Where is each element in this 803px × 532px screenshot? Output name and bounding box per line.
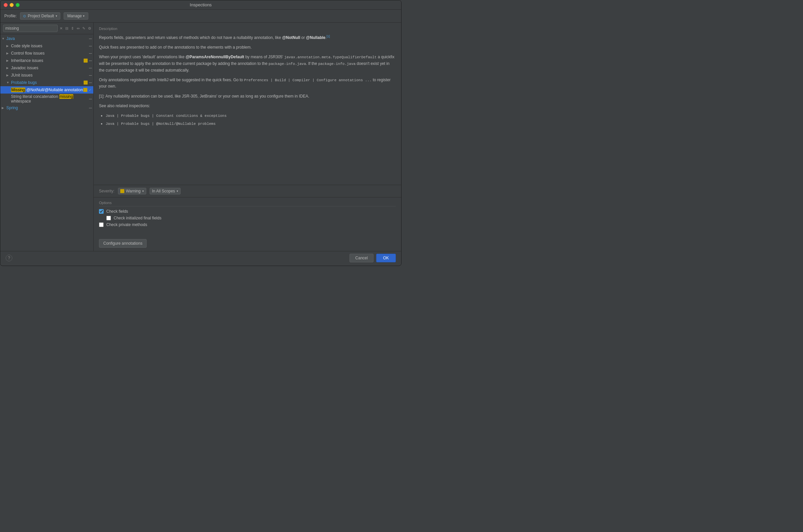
probable-bugs-expand-icon: ▼ <box>6 81 11 84</box>
tree-item-missing-annotation[interactable]: Missing @NotNull/@Nullable annotation ✓ <box>0 86 93 94</box>
junit-label: JUnit issues <box>11 73 89 78</box>
params-bold: @ParamsAreNonnullByDefault <box>186 55 244 59</box>
prefs-code: Preferences | Build | Compiler | Configu… <box>244 78 372 82</box>
desc-para-2: Quick fixes are presented to add on of t… <box>99 44 396 51</box>
inheritance-dash: – <box>89 58 92 63</box>
related-1: Java | Probable bugs | Constant conditio… <box>106 113 396 119</box>
profile-dropdown-icon: ▾ <box>56 14 57 18</box>
desc-see-also: See also related inspections: <box>99 103 396 109</box>
settings-icon[interactable]: ⚙ <box>87 26 92 31</box>
missing-check-icon: ✓ <box>89 88 92 92</box>
severity-dropdown-icon: ▾ <box>142 189 144 193</box>
profile-select[interactable]: ⊙ Project Default ▾ <box>20 12 60 20</box>
edit-icon[interactable]: ✎ <box>81 26 86 31</box>
notnull-text: @NotNull <box>282 35 300 40</box>
string-concat-label: String literal concatenation missing whi… <box>11 94 89 103</box>
severity-value: Warning <box>126 189 141 193</box>
check-private-checkbox[interactable] <box>99 222 104 227</box>
bottom-bar: ? Cancel OK <box>0 251 401 264</box>
cancel-button[interactable]: Cancel <box>349 254 373 262</box>
minimize-button[interactable] <box>10 3 14 7</box>
desc-para-1: Reports fields, parameters and return va… <box>99 34 396 41</box>
configure-annotations-button[interactable]: Configure annotations <box>99 239 147 248</box>
related-inspections: Java | Probable bugs | Constant conditio… <box>99 113 396 127</box>
tree-item-javadoc[interactable]: ▶ Javadoc issues – <box>0 64 93 72</box>
probable-bugs-label: Probable bugs <box>11 80 84 85</box>
tree-item-java[interactable]: ▼ Java – <box>0 35 93 42</box>
check-private-label: Check private methods <box>106 222 147 227</box>
title-bar: Inspections <box>0 0 401 10</box>
search-input[interactable] <box>3 25 58 32</box>
desc-para-3: When your project uses 'default' annotat… <box>99 54 396 73</box>
check-initialized-checkbox[interactable] <box>106 216 111 221</box>
tree-item-string-concat[interactable]: String literal concatenation missing whi… <box>0 94 93 104</box>
severity-select[interactable]: Warning ▾ <box>118 188 146 194</box>
tree-panel: ▼ Java – ▶ Code style issues – ▶ Control… <box>0 34 93 251</box>
expand-all-icon[interactable]: ⇕ <box>70 26 75 31</box>
javadoc-label: Javadoc issues <box>11 65 89 70</box>
clear-search-icon[interactable]: ✕ <box>59 26 63 31</box>
tree-item-control-flow[interactable]: ▶ Control flow issues – <box>0 50 93 57</box>
ok-button[interactable]: OK <box>376 254 396 262</box>
warning-dot <box>120 189 124 193</box>
collapse-all-icon[interactable]: ⇔ <box>76 26 80 31</box>
desc-para-5: [1]: Any nullability annotation can be u… <box>99 93 396 99</box>
missing-severity-icon <box>83 88 87 92</box>
maximize-button[interactable] <box>16 3 20 7</box>
options-area: Options Check fields Check initialized f… <box>94 197 401 251</box>
tree-item-probable-bugs[interactable]: ▼ Probable bugs – <box>0 79 93 86</box>
package-info-code: package-info.java <box>269 62 306 66</box>
related-2: Java | Probable bugs | @NotNull/@Nullabl… <box>106 120 396 127</box>
tree-item-junit[interactable]: ▶ JUnit issues – <box>0 72 93 79</box>
scope-select[interactable]: In All Scopes ▾ <box>150 188 181 194</box>
scope-dropdown-icon: ▾ <box>177 189 178 193</box>
help-icon: ? <box>8 256 10 260</box>
javadoc-dash: – <box>89 65 92 71</box>
filter-icon[interactable]: ⊟ <box>65 26 69 31</box>
description-body: Reports fields, parameters and return va… <box>99 34 396 127</box>
close-button[interactable] <box>4 3 8 7</box>
desc-para-4: Only annotations registered with Intelli… <box>99 77 396 90</box>
traffic-lights <box>4 3 20 7</box>
help-button[interactable]: ? <box>6 255 12 261</box>
code-style-expand-icon: ▶ <box>6 44 11 48</box>
highlight-missing2: missing <box>59 94 74 99</box>
manage-dropdown-icon: ▾ <box>83 14 85 18</box>
severity-bar: Severity: Warning ▾ In All Scopes ▾ <box>94 185 401 197</box>
string-concat-dash: – <box>89 96 92 101</box>
check-private-row: Check private methods <box>99 222 396 227</box>
java-expand-icon: ▼ <box>2 37 6 40</box>
tree-item-code-style[interactable]: ▶ Code style issues – <box>0 42 93 50</box>
check-fields-row: Check fields <box>99 209 396 214</box>
window-title: Inspections <box>190 2 212 7</box>
manage-button[interactable]: Manage ▾ <box>63 12 88 20</box>
right-panel: Description Reports fields, parameters a… <box>94 23 401 251</box>
package-info-code2: package-info.java <box>318 62 355 66</box>
nullable-text: @Nullable <box>306 35 325 40</box>
inheritance-expand-icon: ▶ <box>6 59 11 62</box>
action-buttons: Cancel OK <box>349 254 396 262</box>
check-fields-label: Check fields <box>106 209 128 214</box>
control-flow-dash: – <box>89 51 92 56</box>
spring-label: Spring <box>6 106 89 110</box>
probable-severity-icon <box>84 80 88 84</box>
search-bar: ✕ ⊟ ⇕ ⇔ ✎ ⚙ <box>0 23 93 34</box>
inheritance-severity-icon <box>84 59 88 62</box>
missing-annotation-label: Missing @NotNull/@Nullable annotation <box>11 88 83 92</box>
code-style-label: Code style issues <box>11 44 89 48</box>
check-initialized-row: Check initialized final fields <box>99 216 396 221</box>
tree-item-inheritance[interactable]: ▶ Inheritance issues – <box>0 57 93 64</box>
toolbar: Profile: ⊙ Project Default ▾ Manage ▾ <box>0 10 401 23</box>
junit-expand-icon: ▶ <box>6 74 11 77</box>
highlight-missing: Missing <box>11 88 25 92</box>
probable-dash: – <box>89 80 92 85</box>
scope-value: In All Scopes <box>152 189 175 193</box>
code-style-dash: – <box>89 43 92 49</box>
main-content: ✕ ⊟ ⇕ ⇔ ✎ ⚙ ▼ Java – ▶ Code sty <box>0 23 401 251</box>
control-flow-expand-icon: ▶ <box>6 52 11 55</box>
inheritance-label: Inheritance issues <box>11 58 84 63</box>
check-fields-checkbox[interactable] <box>99 209 104 214</box>
tree-item-spring[interactable]: ▶ Spring – <box>0 104 93 112</box>
check-initialized-label: Check initialized final fields <box>114 216 161 221</box>
search-icons: ✕ ⊟ ⇕ ⇔ ✎ ⚙ <box>59 26 92 31</box>
